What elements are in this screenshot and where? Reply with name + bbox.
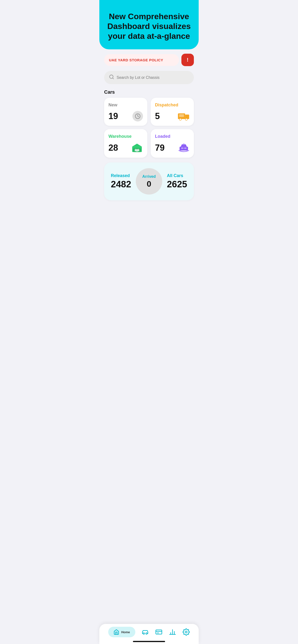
search-icon — [109, 74, 114, 81]
card-title-warehouse: Warehouse — [108, 134, 143, 139]
svg-marker-9 — [132, 144, 142, 147]
svg-point-16 — [135, 151, 136, 152]
svg-point-17 — [138, 151, 139, 152]
svg-rect-21 — [181, 148, 184, 149]
ship-icon — [178, 142, 190, 153]
cars-section-label: Cars — [99, 86, 199, 96]
stat-card-dispatched[interactable]: Dispatched 5 — [151, 98, 194, 126]
hero-title: New Comprehensive Dashboard visualizes y… — [106, 12, 192, 41]
policy-banner[interactable]: UAE YARD STORAGE POLICY — [104, 54, 179, 66]
svg-rect-15 — [135, 149, 138, 150]
released-stat[interactable]: Released 2482 — [111, 173, 131, 190]
card-body-new: 19 — [108, 111, 143, 122]
warehouse-icon — [131, 142, 143, 153]
card-count-new: 19 — [108, 111, 118, 121]
policy-label: UAE YARD STORAGE POLICY — [109, 58, 163, 62]
bottom-stats-card: Released 2482 Arrived 0 All Cars 2625 — [104, 162, 194, 200]
stat-card-warehouse[interactable]: Warehouse 28 — [104, 129, 147, 158]
svg-point-7 — [186, 118, 187, 120]
stats-cards-grid: New 19 Dispatched 5 — [99, 96, 199, 159]
stat-card-loaded[interactable]: Loaded 79 — [151, 129, 194, 158]
released-label: Released — [111, 173, 131, 178]
card-count-dispatched: 5 — [155, 111, 160, 121]
arrived-count: 0 — [147, 179, 152, 188]
policy-row: UAE YARD STORAGE POLICY ! — [99, 49, 199, 68]
card-count-warehouse: 28 — [108, 143, 118, 153]
svg-point-6 — [180, 118, 181, 120]
svg-rect-8 — [179, 114, 184, 117]
svg-rect-18 — [180, 147, 188, 151]
stat-card-new[interactable]: New 19 — [104, 98, 147, 126]
arrived-label: Arrived — [142, 174, 156, 179]
policy-alert-button[interactable]: ! — [181, 54, 194, 66]
search-input[interactable] — [117, 76, 189, 80]
card-title-new: New — [108, 102, 143, 108]
truck-icon — [178, 111, 190, 122]
card-title-loaded: Loaded — [155, 134, 190, 139]
all-cars-count: 2625 — [167, 179, 187, 190]
alert-icon: ! — [187, 57, 188, 63]
arrived-stat[interactable]: Arrived 0 — [136, 168, 162, 194]
search-bar — [104, 71, 194, 84]
card-body-dispatched: 5 — [155, 111, 190, 122]
hero-banner: New Comprehensive Dashboard visualizes y… — [99, 0, 199, 49]
card-count-loaded: 79 — [155, 143, 165, 153]
card-body-loaded: 79 — [155, 142, 190, 153]
search-container — [99, 68, 199, 86]
svg-line-1 — [112, 78, 113, 79]
card-title-dispatched: Dispatched — [155, 102, 190, 108]
svg-rect-22 — [184, 148, 187, 149]
clock-icon — [132, 111, 143, 122]
released-count: 2482 — [111, 179, 131, 190]
all-cars-label: All Cars — [167, 173, 187, 178]
card-body-warehouse: 28 — [108, 142, 143, 153]
svg-rect-20 — [183, 144, 185, 145]
all-cars-stat[interactable]: All Cars 2625 — [167, 173, 187, 190]
